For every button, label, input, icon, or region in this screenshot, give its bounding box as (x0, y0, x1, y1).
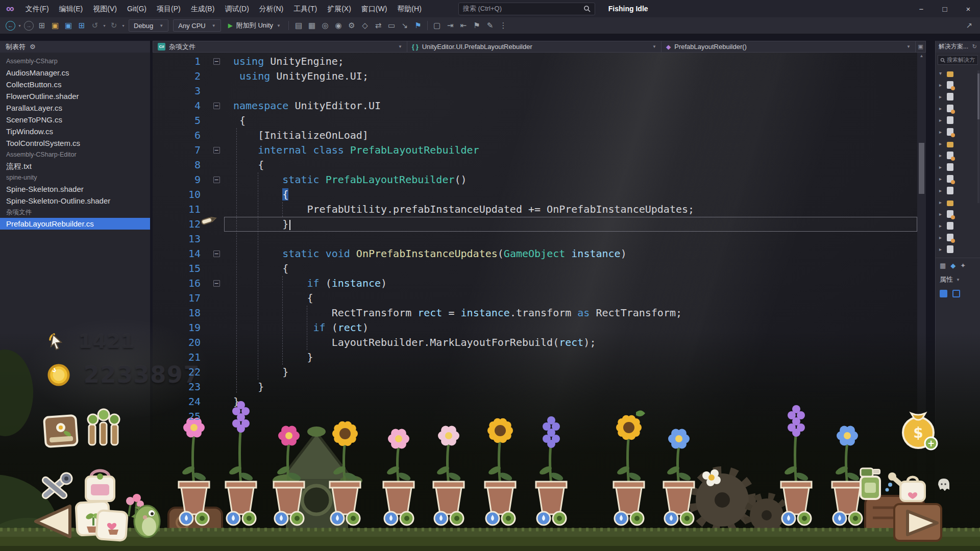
code-line-25[interactable]: 25 (153, 409, 917, 424)
save-icon[interactable]: ▣ (62, 19, 75, 32)
code-line-4[interactable]: 4−namespace UnityEditor.UI (153, 98, 917, 113)
solution-tree-row[interactable]: ▸ (936, 79, 980, 91)
code-line-15[interactable]: 15 { (153, 261, 917, 276)
solution-tree-row[interactable]: ▸ (936, 208, 980, 220)
properties-header[interactable]: 属性 ▼ (936, 272, 980, 287)
nav-forward-icon[interactable]: → (24, 21, 34, 31)
flag-icon[interactable]: ⚑ (411, 19, 425, 32)
solution-tree-row[interactable]: ▸ (936, 185, 980, 196)
bag-button[interactable] (86, 471, 114, 502)
debug-config-dropdown[interactable]: Debug▼ (129, 19, 168, 32)
shapes-icon[interactable]: ◇ (358, 19, 372, 32)
diamond-icon[interactable]: ◆ (950, 262, 955, 269)
scrollbar-thumb[interactable] (919, 143, 924, 194)
solution-explorer-header[interactable]: 解决方案... ↻ (936, 41, 980, 53)
profiler-icon[interactable]: ▤ (292, 19, 305, 32)
heart-card-button[interactable] (96, 510, 128, 541)
solution-tree-row[interactable]: ▸ (936, 114, 980, 126)
edit-icon[interactable]: ✎ (483, 19, 497, 32)
solution-tree-row[interactable]: ▸ (936, 232, 980, 243)
fold-icon[interactable]: − (213, 177, 220, 183)
breadcrumb-method-dropdown[interactable]: ◆ PrefabLayoutRebuilder() ▼ (662, 41, 916, 53)
editor-split-icon[interactable]: ▣ (916, 41, 926, 53)
code-line-6[interactable]: 6 [InitializeOnLoad] (153, 128, 917, 143)
menu-item[interactable]: 分析(N) (254, 0, 288, 17)
open-folder-icon[interactable]: ▣ (48, 19, 62, 32)
quick-search-box[interactable]: 搜索 (Ctrl+Q) (458, 3, 595, 15)
solution-search-box[interactable]: 搜索解决方 (938, 55, 978, 65)
file-item[interactable]: TipWindow.cs (0, 126, 150, 137)
solution-tree-row[interactable]: ▸ (936, 149, 980, 161)
code-line-16[interactable]: 16− if (instance) (153, 276, 917, 291)
outdent-icon[interactable]: ⇤ (457, 19, 470, 32)
scroll-up-icon[interactable]: ▲ (917, 54, 926, 58)
send-feedback-icon[interactable]: ↗ (963, 19, 976, 32)
close-button[interactable]: × (957, 0, 980, 17)
file-item[interactable]: SceneToPNG.cs (0, 114, 150, 126)
breadcrumb-class-dropdown[interactable]: { } UnityEditor.UI.PrefabLayoutRebuilder… (407, 41, 662, 53)
code-line-7[interactable]: 7− internal class PrefabLayoutRebuilder (153, 143, 917, 158)
maximize-button[interactable]: □ (933, 0, 957, 17)
search-icon[interactable] (583, 5, 591, 12)
menu-item[interactable]: 视图(V) (88, 0, 122, 17)
menu-item[interactable]: 帮助(H) (392, 0, 426, 17)
menu-item[interactable]: 项目(P) (152, 0, 186, 17)
solution-tree-row[interactable]: ▸ (936, 138, 980, 149)
code-line-20[interactable]: 20 LayoutRebuilder.MarkLayoutForRebuild(… (153, 335, 917, 350)
code-line-14[interactable]: 14− static void OnPrefabInstanceUpdates(… (153, 246, 917, 261)
code-editor[interactable]: 1−using UnityEngine;2 using UnityEngine.… (153, 53, 917, 551)
code-line-1[interactable]: 1−using UnityEngine; (153, 54, 917, 69)
indent-icon[interactable]: ⇥ (444, 19, 457, 32)
file-item[interactable]: FlowerOutline.shader (0, 90, 150, 102)
fold-icon[interactable]: − (213, 251, 220, 257)
code-line-18[interactable]: 18 RectTransform rect = instance.transfo… (153, 306, 917, 320)
solution-tree-row[interactable]: ▸ (936, 91, 980, 103)
menu-item[interactable]: 文件(F) (20, 0, 54, 17)
redo-icon[interactable]: ↻ (107, 19, 120, 32)
solution-tree-row[interactable]: ▸ (936, 173, 980, 185)
fold-icon[interactable]: − (213, 280, 220, 287)
solution-tree-row[interactable]: ▸ (936, 161, 980, 173)
solution-tree-row[interactable]: ▾ (936, 67, 980, 79)
monitor-icon[interactable]: ▭ (385, 19, 398, 32)
file-item[interactable]: ToolControlSystem.cs (0, 137, 150, 149)
code-line-22[interactable]: 22 } (153, 365, 917, 380)
categorize-icon[interactable] (940, 290, 947, 297)
fold-icon[interactable]: − (213, 58, 220, 65)
screenshot-icon[interactable]: ◎ (318, 19, 332, 32)
solution-tree-row[interactable]: ▸ (936, 103, 980, 114)
menu-item[interactable]: 生成(B) (186, 0, 220, 17)
alphabetical-icon[interactable] (952, 290, 960, 297)
caret-icon[interactable]: ▾ (17, 19, 22, 32)
code-line-17[interactable]: 17 { (153, 291, 917, 306)
gear-icon[interactable]: ⚙ (345, 19, 358, 32)
caret-icon[interactable]: ▾ (120, 19, 126, 32)
code-line-8[interactable]: 8 { (153, 158, 917, 172)
platform-dropdown[interactable]: Any CPU▼ (173, 19, 220, 32)
solution-tree-row[interactable]: ▸ (936, 196, 980, 208)
code-line-11[interactable]: 11 PrefabUtility.prefabInstanceUpdated +… (153, 202, 917, 217)
code-line-13[interactable]: 13 (153, 232, 917, 246)
refresh-icon[interactable]: ↻ (972, 43, 977, 50)
file-item[interactable]: AudiosManager.cs (0, 67, 150, 79)
nav-back-icon[interactable]: ← (6, 21, 15, 31)
file-item[interactable]: CollectButton.cs (0, 79, 150, 90)
menu-item[interactable]: 编辑(E) (54, 0, 88, 17)
image-icon[interactable]: ▦ (305, 19, 318, 32)
attach-to-unity-button[interactable]: ▶ 附加到 Unity ▼ (224, 19, 285, 32)
menu-item[interactable]: Git(G) (122, 0, 152, 17)
file-item[interactable]: Spine-Skeleton.shader (0, 183, 150, 195)
fold-icon[interactable]: − (213, 103, 220, 109)
code-line-3[interactable]: 3 (153, 84, 917, 98)
solution-tree-row[interactable]: ▸ (936, 126, 980, 138)
journal-button[interactable] (44, 415, 78, 447)
gear-icon[interactable]: ⚙ (30, 43, 36, 51)
menu-item[interactable]: 窗口(W) (356, 0, 393, 17)
code-line-10[interactable]: 10 { (153, 187, 917, 202)
file-item[interactable]: PrefabLayoutRebuilder.cs (0, 218, 150, 230)
solution-tree-row[interactable]: ▸ (936, 220, 980, 232)
code-line-2[interactable]: 2 using UnityEngine.UI; (153, 69, 917, 84)
code-line-21[interactable]: 21 } (153, 350, 917, 365)
solution-tree-row[interactable]: ▸ (936, 243, 980, 255)
grid-icon[interactable]: ▦ (940, 262, 946, 269)
